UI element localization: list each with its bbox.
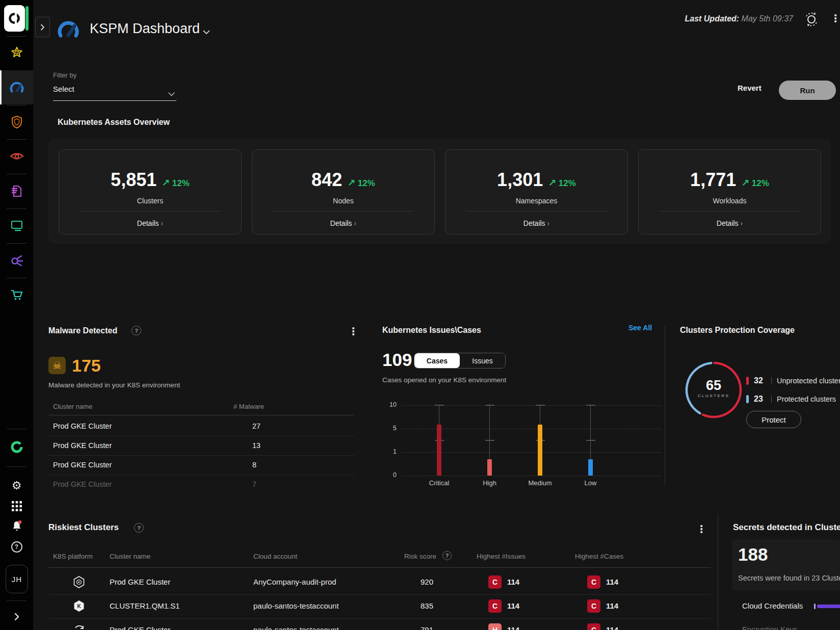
legend-label: Unprotected clusters [777, 377, 840, 385]
row-divider [48, 436, 354, 436]
chevron-right-icon: › [354, 219, 357, 227]
revert-button[interactable]: Revert [738, 84, 762, 92]
legend-unprotected: 32 Unprotected clusters [746, 376, 840, 385]
riskiest-menu-button[interactable]: ⋮ [696, 524, 706, 534]
share-network-icon [10, 254, 23, 267]
table-row[interactable]: Prod GKE Cluster [53, 441, 112, 450]
table-row[interactable]: Prod GKE Cluster [53, 461, 112, 469]
assets-overview-panel: 5,851↗ 12% Clusters Details › 842↗ 12% N… [48, 139, 831, 244]
malware-title: Malware Detected [48, 326, 117, 335]
risk-score: 920 [421, 578, 433, 586]
legend-swatch [746, 395, 749, 403]
severity-badge: C [587, 599, 600, 613]
bar-high[interactable] [487, 459, 492, 476]
secrets-title: Secrets detected in Clusters [733, 522, 840, 533]
chevron-right-icon [40, 24, 45, 31]
sidebar: ⚙ ? JH [0, 0, 33, 630]
sidebar-item-kspm-dashboard[interactable] [0, 77, 33, 97]
row-divider [48, 618, 711, 619]
y-axis-tick-label: 5 [382, 425, 397, 432]
table-row[interactable]: Prod GKE Cluster [53, 480, 112, 488]
cases-issues-toggle: Cases Issues [414, 353, 506, 369]
details-link[interactable]: Details › [252, 219, 434, 227]
x-axis-label: High [469, 479, 510, 487]
bar-critical[interactable] [437, 425, 441, 476]
eye-icon [10, 151, 24, 162]
see-all-link[interactable]: See All [628, 324, 652, 332]
header-menu-button[interactable]: ⋮ [830, 13, 840, 23]
issues-count: 114 [507, 625, 519, 630]
trend-up-icon: ↗ [741, 177, 749, 188]
secrets-caption: Secrets were found in 23 Clusters [738, 574, 840, 582]
sidebar-item-workstations[interactable] [0, 216, 33, 236]
filter-chevron[interactable] [168, 89, 175, 98]
malware-menu-button[interactable]: ⋮ [348, 326, 358, 336]
table-header-divider [48, 415, 354, 415]
risk-score: 791 [421, 625, 433, 630]
gauge-icon [57, 19, 80, 39]
tab-cases[interactable]: Cases [414, 353, 460, 368]
gke-hexagon-wheel-icon [72, 575, 86, 591]
sidebar-item-favorites[interactable] [0, 42, 33, 63]
malware-count: 27 [252, 422, 260, 430]
legend-protected: 23 Protected clusters [746, 395, 836, 404]
sidebar-divider [7, 208, 27, 209]
asset-card-clusters: 5,851↗ 12% Clusters Details › [59, 149, 242, 234]
filter-select[interactable]: Select [53, 85, 74, 93]
app-logo[interactable] [4, 5, 25, 32]
trend-badge: ↗ 12% [741, 177, 769, 189]
x-axis-label: Low [570, 479, 611, 487]
tab-issues[interactable]: Issues [460, 353, 505, 368]
bar-medium[interactable] [538, 425, 542, 476]
notifications-button[interactable] [0, 516, 33, 536]
riskiest-help-icon[interactable]: ? [134, 523, 144, 533]
green-ring-icon [10, 440, 24, 454]
monitor-icon [10, 220, 23, 232]
asset-card-workloads: 1,771↗ 12% Workloads Details › [638, 149, 821, 234]
col-cluster-name: Cluster name [110, 553, 150, 560]
legend-label: Protected clusters [777, 395, 836, 403]
malware-help-icon[interactable]: ? [132, 326, 141, 335]
filter-underline [53, 100, 176, 101]
details-link[interactable]: Details › [59, 219, 241, 227]
help-button[interactable]: ? [0, 537, 33, 557]
card-label: Workloads [639, 197, 821, 205]
sidebar-expand-button[interactable] [0, 607, 33, 627]
x-axis-label: Critical [419, 479, 460, 487]
details-link[interactable]: Details › [639, 219, 821, 227]
sidebar-item-visibility[interactable] [0, 146, 33, 167]
sidebar-item-reports[interactable] [0, 181, 33, 201]
sidebar-item-org-logo[interactable] [0, 437, 33, 457]
cluster-name: Prod GKE Cluster [110, 625, 170, 630]
kebab-icon: ⋮ [696, 523, 706, 535]
whisker-cap [536, 405, 545, 406]
sidebar-divider [7, 600, 27, 601]
chevron-down-icon [203, 30, 210, 35]
apps-grid-button[interactable] [0, 496, 33, 516]
dashboard-switcher[interactable] [203, 28, 210, 37]
sidebar-item-marketplace[interactable] [0, 285, 33, 305]
table-row[interactable]: Prod GKE Cluster [53, 422, 112, 430]
panel-collapse-button[interactable] [35, 17, 50, 37]
last-updated-label: Last Updated: [685, 14, 739, 23]
risk-score-help-icon[interactable]: ? [442, 551, 452, 560]
refresh-button[interactable] [803, 11, 820, 30]
protect-button[interactable]: Protect [746, 411, 801, 428]
issues-count: 114 [507, 578, 519, 586]
sidebar-divider [7, 36, 27, 37]
cart-icon [10, 289, 23, 301]
bar-low[interactable] [588, 459, 593, 476]
risk-score: 835 [421, 601, 433, 610]
user-avatar[interactable]: JH [6, 565, 28, 593]
issues-cases-title: Kubernetes Issues\Cases [382, 326, 481, 335]
sidebar-item-shield-security[interactable] [0, 112, 33, 132]
sidebar-item-connections[interactable] [0, 250, 33, 271]
whisker-cap [586, 440, 595, 441]
settings-button[interactable]: ⚙ [0, 476, 33, 496]
protected-count: 23 [754, 395, 766, 404]
run-button[interactable]: Run [779, 81, 836, 100]
nodes-count: 842 [311, 169, 342, 191]
app-logo-icon [8, 12, 21, 25]
details-link[interactable]: Details › [445, 219, 627, 227]
star-icon [10, 46, 23, 59]
